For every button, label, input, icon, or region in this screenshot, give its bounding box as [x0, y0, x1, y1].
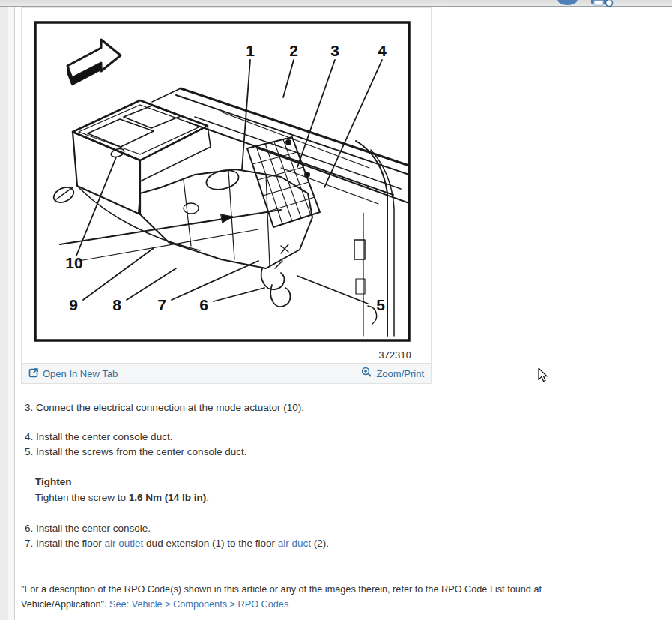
printer-icon[interactable] [590, 0, 614, 10]
zoom-print-label: Zoom/Print [376, 368, 424, 379]
callout-7: 7 [157, 296, 166, 313]
open-in-new-tab-button[interactable]: Open In New Tab [28, 367, 118, 380]
rpo-note: "For a description of the RPO Code(s) sh… [21, 582, 626, 612]
step-6-number: 6. [25, 523, 33, 534]
browser-top-bar [0, 0, 672, 7]
step-5-text: Install the screws from the center conso… [36, 446, 246, 457]
callout-8: 8 [112, 296, 121, 313]
callout-5: 5 [376, 296, 385, 313]
step-5-number: 5. [25, 446, 33, 457]
mouse-cursor [538, 368, 550, 386]
tighten-spec-prefix: Tighten the screw to [35, 492, 129, 503]
tighten-spec-suffix: . [206, 492, 209, 503]
open-in-new-tab-label: Open In New Tab [43, 368, 118, 379]
callout-1: 1 [246, 42, 255, 59]
rpo-codes-link[interactable]: See: Vehicle > Components > RPO Codes [109, 598, 288, 610]
figure-panel: 1 2 3 4 5 6 7 8 9 10 372310 Open In New … [21, 7, 432, 384]
step-7-text-mid: dud extension (1) to the floor [143, 538, 277, 549]
callout-10: 10 [65, 254, 82, 271]
step-7-text-prefix: Install the floor [36, 538, 105, 549]
callout-2: 2 [289, 42, 298, 59]
step-3-number: 3. [25, 402, 33, 413]
left-gutter [0, 7, 8, 620]
callout-9: 9 [69, 296, 78, 313]
step-5: 5. Install the screws from the center co… [25, 445, 246, 458]
hvac-diagram-image: 1 2 3 4 5 6 7 8 9 10 [34, 21, 411, 342]
figure-number: 372310 [378, 350, 411, 361]
step-7: 7. Install the floor air outlet dud exte… [25, 537, 329, 550]
step-3-text: Connect the electrical connection at the… [36, 402, 304, 413]
step-4-number: 4. [25, 431, 33, 442]
rpo-note-line2: Vehicle/Application". [21, 598, 109, 610]
step-6: 6. Install the center console. [25, 522, 151, 535]
step-7-text-suffix: (2). [311, 538, 329, 549]
tighten-spec: Tighten the screw to 1.6 Nm (14 lb in). [35, 491, 209, 504]
step-4: 4. Install the center console duct. [25, 430, 172, 443]
callout-6: 6 [199, 296, 208, 313]
zoom-print-button[interactable]: Zoom/Print [361, 367, 424, 380]
callout-4: 4 [378, 42, 387, 59]
figure-toolbar: Open In New Tab Zoom/Print [22, 363, 431, 383]
tighten-spec-value: 1.6 Nm (14 lb in) [129, 492, 207, 503]
tighten-heading: Tighten [35, 475, 72, 488]
step-7-number: 7. [25, 538, 33, 549]
step-4-text: Install the center console duct. [36, 431, 172, 442]
rpo-note-line1: "For a description of the RPO Code(s) sh… [21, 582, 626, 597]
left-gutter-inner [8, 7, 15, 620]
air-duct-link[interactable]: air duct [278, 538, 311, 549]
step-6-text: Install the center console. [36, 523, 151, 534]
avatar-icon[interactable] [557, 0, 578, 5]
zoom-magnifier-icon [361, 367, 372, 380]
open-in-new-tab-icon [28, 367, 39, 380]
callout-3: 3 [330, 42, 339, 59]
step-3: 3. Connect the electrical connection at … [25, 401, 304, 414]
air-outlet-link[interactable]: air outlet [105, 538, 144, 549]
